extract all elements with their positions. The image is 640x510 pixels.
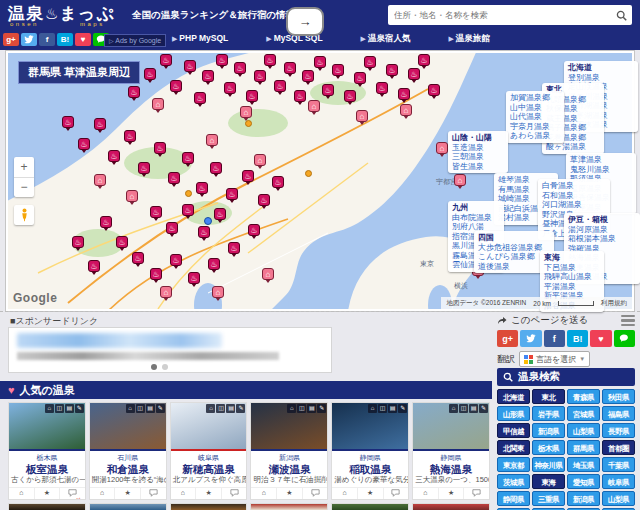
onsen-link[interactable]: 宇奈月温泉 <box>510 122 560 132</box>
edit-icon[interactable]: ✎ <box>156 404 165 413</box>
onsen-marker[interactable]: ♨ <box>302 70 314 82</box>
onsen-link[interactable]: 皆生温泉 <box>452 162 504 172</box>
lodging-marker[interactable]: ⌂ <box>212 286 224 298</box>
onsen-marker[interactable]: ♨ <box>138 162 150 174</box>
pref-button[interactable]: 青森県 <box>567 389 600 404</box>
onsen-link[interactable]: 三朝温泉 <box>452 152 504 162</box>
photo-icon[interactable]: ◫ <box>459 404 468 413</box>
onsen-marker[interactable]: ♨ <box>386 64 398 76</box>
onsen-marker[interactable]: ♨ <box>94 118 106 130</box>
onsen-link[interactable]: 登別温泉 <box>568 73 634 83</box>
photo-icon[interactable]: ◫ <box>378 404 387 413</box>
file-icon[interactable]: ▤ <box>65 404 74 413</box>
carousel-next-button[interactable]: → <box>286 7 324 36</box>
home-icon[interactable]: ⌂ <box>45 404 54 413</box>
onsen-marker[interactable]: ♨ <box>258 194 270 206</box>
share-google-plus-button[interactable]: g+ <box>497 330 518 347</box>
file-icon[interactable]: ▤ <box>307 404 316 413</box>
share-facebook-button[interactable]: f <box>39 33 55 46</box>
onsen-marker[interactable]: ♨ <box>170 254 182 266</box>
pref-button[interactable]: 首都圏 <box>602 440 635 455</box>
pref-button[interactable]: 宮城県 <box>567 406 600 421</box>
search-input[interactable] <box>388 10 616 20</box>
onsen-marker[interactable]: ♨ <box>170 80 182 92</box>
onsen-marker[interactable]: ♨ <box>216 54 228 66</box>
pref-button[interactable]: 群馬県 <box>567 440 600 455</box>
onsen-card-partial[interactable] <box>331 503 409 510</box>
pegman-control[interactable] <box>14 205 34 225</box>
share-hatena-bookmark-button[interactable]: B! <box>57 33 73 46</box>
pref-button[interactable]: 栃木県 <box>532 440 565 455</box>
onsen-marker[interactable]: ♨ <box>168 172 180 184</box>
lodging-marker[interactable]: ⌂ <box>160 286 172 298</box>
terms-link[interactable]: 利用規約 <box>601 299 627 308</box>
onsen-marker[interactable]: ♨ <box>224 82 236 94</box>
onsen-card-partial[interactable] <box>8 503 86 510</box>
onsen-marker[interactable]: ♨ <box>214 208 226 220</box>
onsen-marker[interactable]: ♨ <box>128 86 140 98</box>
onsen-marker[interactable]: ♨ <box>154 142 166 154</box>
onsen-marker[interactable]: ♨ <box>150 206 162 218</box>
home-icon[interactable]: ⌂ <box>449 404 458 413</box>
onsen-link[interactable]: 加賀温泉郷 <box>510 93 560 103</box>
onsen-link[interactable]: 箱根湯本温泉 <box>568 234 636 244</box>
pref-button[interactable]: 神奈川県 <box>532 457 565 472</box>
onsen-card[interactable]: ⌂◫▤✎新潟県瀬波温泉明治３７年に石油掘削中に熱湯⌂16★4.27pt4,970… <box>250 402 328 500</box>
onsen-card[interactable]: ⌂◫▤✎静岡県稲取温泉湯めぐりの豪華な気分の中で温⌂17★4.20pt2,742… <box>331 402 409 500</box>
share-twitter-button[interactable] <box>520 330 541 347</box>
file-icon[interactable]: ▤ <box>469 404 478 413</box>
lodging-marker[interactable]: ⌂ <box>206 134 218 146</box>
onsen-marker[interactable]: ♨ <box>254 70 266 82</box>
onsen-link[interactable]: 草津温泉 <box>570 155 632 165</box>
onsen-marker[interactable]: ♨ <box>418 54 430 66</box>
share-google-plus-button[interactable]: g+ <box>3 33 19 46</box>
onsen-marker[interactable]: ♨ <box>364 56 376 68</box>
pref-button[interactable]: 北海道 <box>497 389 530 404</box>
onsen-card-partial[interactable] <box>250 503 328 510</box>
onsen-marker[interactable]: ♨ <box>108 150 120 162</box>
onsen-link[interactable]: あわら温泉 <box>510 131 560 141</box>
onsen-marker[interactable]: ♨ <box>202 70 214 82</box>
lodging-marker[interactable]: ⌂ <box>94 174 106 186</box>
edit-icon[interactable]: ✎ <box>75 404 84 413</box>
pref-button[interactable]: 東海 <box>532 474 565 489</box>
location-marker[interactable] <box>204 217 212 225</box>
onsen-marker[interactable]: ♨ <box>160 54 172 66</box>
poi-marker[interactable] <box>185 190 192 197</box>
file-icon[interactable]: ▤ <box>388 404 397 413</box>
menu-icon[interactable] <box>621 315 635 327</box>
photo-icon[interactable]: ◫ <box>297 404 306 413</box>
search-icon[interactable] <box>616 10 627 21</box>
lodging-marker[interactable]: ⌂ <box>262 268 274 280</box>
language-select[interactable]: 言語を選択 ▼ <box>519 351 590 367</box>
onsen-link[interactable]: 鬼怒川温泉 <box>570 165 632 175</box>
onsen-marker[interactable]: ♨ <box>198 226 210 238</box>
onsen-marker[interactable]: ♨ <box>182 152 194 164</box>
photo-icon[interactable]: ◫ <box>216 404 225 413</box>
edit-icon[interactable]: ✎ <box>479 404 488 413</box>
poi-marker[interactable] <box>305 170 312 177</box>
pref-button[interactable]: 北関東 <box>497 440 530 455</box>
onsen-link[interactable]: 下呂温泉 <box>544 263 600 273</box>
onsen-marker[interactable]: ♨ <box>234 62 246 74</box>
onsen-name[interactable]: 熱海温泉 <box>413 463 489 475</box>
edit-icon[interactable]: ✎ <box>317 404 326 413</box>
pref-button[interactable]: 山梨県 <box>602 491 635 506</box>
onsen-marker[interactable]: ♨ <box>242 170 254 182</box>
onsen-card[interactable]: ⌂◫▤✎石川県和倉温泉開湯1200年を誇る“海の温泉”⌂27★4.07pt6,2… <box>89 402 167 500</box>
onsen-marker[interactable]: ♨ <box>144 68 156 80</box>
pref-button[interactable]: 秋田県 <box>602 389 635 404</box>
site-logo[interactable]: 温泉♨まっぷ onsen maps <box>8 2 115 28</box>
onsen-link[interactable]: 石和温泉 <box>542 191 606 201</box>
onsen-marker[interactable]: ♨ <box>248 224 260 236</box>
onsen-marker[interactable]: ♨ <box>228 242 240 254</box>
onsen-marker[interactable]: ♨ <box>124 130 136 142</box>
onsen-marker[interactable]: ♨ <box>344 90 356 102</box>
onsen-marker[interactable]: ♨ <box>354 72 366 84</box>
onsen-link[interactable]: 山中温泉 <box>510 103 560 113</box>
onsen-marker[interactable]: ♨ <box>246 90 258 102</box>
onsen-card[interactable]: ⌂◫▤✎栃木県板室温泉古くから那須七湯の一つに数え⌂10★3.98pt615件 <box>8 402 86 500</box>
photo-icon[interactable]: ◫ <box>55 404 64 413</box>
pref-button[interactable]: 新潟県 <box>567 491 600 506</box>
pref-button[interactable]: 長野県 <box>602 423 635 438</box>
